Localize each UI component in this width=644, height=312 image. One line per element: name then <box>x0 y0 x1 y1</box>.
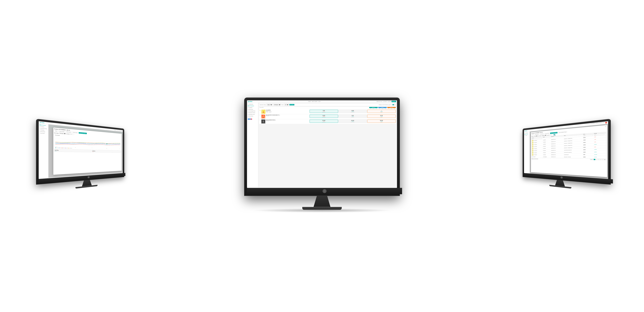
left-user: Welcome User <box>119 130 122 131</box>
linkedin-icon[interactable] <box>250 119 250 120</box>
sidebar-item-analytics[interactable]: Analytics <box>247 107 258 108</box>
view-toggle <box>392 104 396 105</box>
sidebar-dot-knowledge <box>248 110 248 111</box>
list-view-icon[interactable] <box>394 104 396 105</box>
sidebar-item-monitoring[interactable]: Monitoring <box>247 108 258 110</box>
row2-product-text: 6773 RESBUG <box>534 144 537 145</box>
left-dot-alerts <box>40 131 40 132</box>
row5-updated: 10/09/2024 22:13 <box>551 150 564 151</box>
sidebar-item-myproducts[interactable]: My Products <box>247 105 258 107</box>
left-sidebar: My Products Analytics Dynamic Pricing <box>39 123 48 179</box>
nav-whatsnew[interactable]: WHAT'S NEW? <box>312 101 318 102</box>
pagination-5[interactable]: 5 <box>602 159 603 160</box>
col-header-median: Median Price Change Shop <box>378 107 387 109</box>
notification-badge[interactable]: ! <box>605 122 607 123</box>
right-price-change-label: Price change <box>538 135 541 136</box>
left-filter-label: Price change <box>54 132 58 133</box>
row8-updated: 10/09/2024 23:25 <box>551 157 564 157</box>
sidebar-label-dashboard: Dashboard <box>249 104 253 105</box>
row3-img <box>532 146 533 147</box>
star-icon-2[interactable]: ★ <box>260 115 260 116</box>
row7-updated: 10/09/2024 20:20 <box>551 154 564 155</box>
nav-demo[interactable]: DEMO <box>308 101 311 102</box>
left-threshold-input[interactable] <box>70 133 74 135</box>
product-sku-2: SKU 332 <box>266 115 309 116</box>
monitor-screen-center: igndata DEMO WHAT'S NEW? HELP Welcome Us… <box>247 100 397 188</box>
pagination-1[interactable]: 1 <box>594 159 595 160</box>
shops-select[interactable]: Shops <box>266 104 272 106</box>
product-info-1: PLAYMOBIL SKU 34 Amazon Magento <box>266 110 309 112</box>
left-screen-content: igndata 11.23 EES7 • EUR (€) Welcome Use… <box>39 121 123 179</box>
right-tab-details[interactable]: Product Details <box>534 133 539 135</box>
row8-price: 28.95€ <box>584 157 594 158</box>
min-price-1: 9.40€ -6.7% geizhalten.de <box>310 110 338 113</box>
med-price-1: 19.99€ +49.6% kaeuferland.de <box>338 110 367 113</box>
legend-geizhals: geizhals <box>62 147 64 148</box>
sidebar-item-pricealerts[interactable]: Price Alerts <box>247 115 258 117</box>
pagination-2[interactable]: 2 <box>596 159 597 160</box>
pagination-prev[interactable]: Previous <box>590 159 594 160</box>
product-info-3: PHILIPS DISINFECTORS 5/3... SKU 1327 <box>266 120 309 121</box>
save-view-button[interactable]: Save view <box>392 101 396 102</box>
left-change-type[interactable]: Price change <box>59 132 66 134</box>
more-filters-button[interactable]: More filters <box>290 104 294 105</box>
col-header-product: Product/SKU <box>260 107 369 109</box>
pagination-4[interactable]: 4 <box>600 159 601 160</box>
product-row-3: ★ PHILIPS DISINFECTORS 5/3... SKU 1327 <box>259 119 396 124</box>
pagination-next[interactable]: Next <box>604 159 606 160</box>
sidebar-label-myproducts: My Products <box>249 105 254 106</box>
left-close-button[interactable]: ✕ <box>120 134 121 135</box>
row3-updated: 10/08/2024 22:22 <box>551 145 564 146</box>
right-search-button[interactable]: 🔍 <box>554 134 555 135</box>
instagram-icon[interactable] <box>251 119 252 120</box>
star-icon-1[interactable]: ★ <box>260 110 260 111</box>
row5-brand: PLAYMOB <box>543 150 551 151</box>
facebook-icon[interactable] <box>248 119 249 120</box>
right-dot-myproducts <box>524 134 525 134</box>
left-tab-price-changes[interactable]: Product Price Changes <box>79 132 87 134</box>
right-change-select[interactable]: Price change <box>541 135 546 136</box>
right-order-by[interactable]: Shops <box>534 135 538 137</box>
left-price-amazon: amazon.de avg 27.99€ +2.1% <box>54 149 91 152</box>
max-col-2: Change <box>390 108 393 109</box>
sidebar-dot-myproducts <box>248 105 248 106</box>
left-tab-shops[interactable]: Shops <box>54 130 58 132</box>
left-tab-market[interactable]: Market History <box>66 131 72 133</box>
right-tab-product[interactable]: Product History <box>544 132 550 134</box>
right-filter-label: Order By: <box>532 136 534 137</box>
grid-view-icon[interactable] <box>392 104 394 105</box>
row3-shop: amazon.de - Cheapest Price <box>564 144 584 146</box>
star-icon-3[interactable]: ★ <box>260 120 260 121</box>
right-tab-market[interactable]: Market History <box>540 133 544 135</box>
pagination-3[interactable]: 3 <box>598 159 599 160</box>
right-close-button[interactable]: ✕ <box>605 126 606 127</box>
tag-amazon: Amazon <box>266 111 268 112</box>
left-account: 11.23 EES7 • EUR (€) <box>114 130 119 131</box>
row4-product-text: 6773 RESBUG <box>534 148 537 149</box>
min-shop-1: geizhalten.de <box>310 112 338 112</box>
left-dot-watchlist <box>40 129 40 130</box>
right-label-analytics: Analytics <box>525 135 527 136</box>
row5-img <box>532 150 533 152</box>
right-tab-shops[interactable]: Shops <box>532 134 534 135</box>
left-tab-product[interactable]: Product History <box>72 131 78 133</box>
product-tags-1: Amazon Magento <box>266 111 309 112</box>
right-tab-price-changes[interactable]: Product Price Changes <box>550 132 558 134</box>
left-more-than: more than <box>66 133 70 134</box>
sidebar-item-watchlist[interactable]: Watchlist Pricer <box>247 113 258 115</box>
nav-help[interactable]: HELP <box>318 101 320 102</box>
legend-kaufland: kaufland <box>65 148 68 148</box>
sidebar-item-knowledge[interactable]: Knowledge Base <box>247 110 258 112</box>
right-tab-availability[interactable]: Product Availability Changes <box>558 131 567 133</box>
left-tab-details[interactable]: Product Details <box>58 130 65 132</box>
right-threshold-input[interactable] <box>550 134 553 135</box>
center-nav: DEMO WHAT'S NEW? HELP <box>308 101 320 102</box>
sidebar-item-dashboard[interactable]: Dashboard <box>247 103 258 105</box>
left-label-watchlist: Watchlist <box>41 129 44 131</box>
products-select[interactable]: All Products <box>273 104 281 106</box>
sidebar-dot-dashboard <box>248 104 248 104</box>
apple-logo-center:  <box>322 189 326 193</box>
sidebar-item-dynamic[interactable]: Dynamic Pricing <box>247 112 258 113</box>
page-size-select[interactable]: 25 <box>284 104 289 106</box>
right-dot-dashboard <box>524 133 525 133</box>
